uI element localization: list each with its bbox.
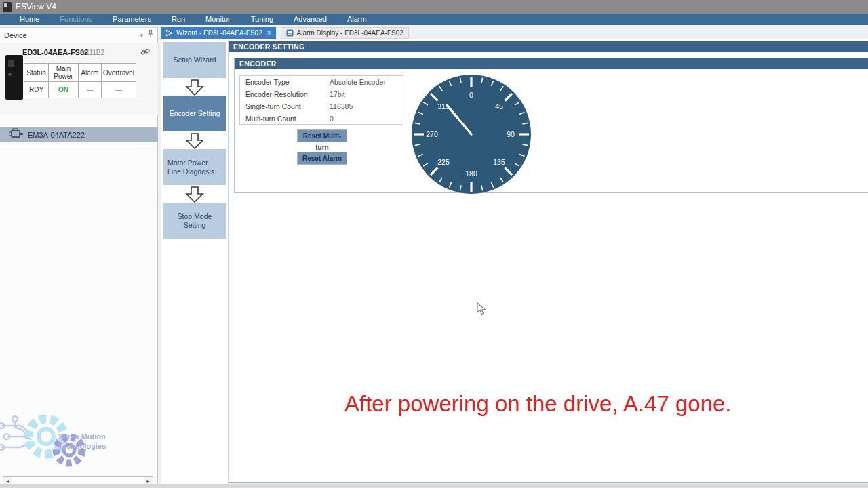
menu-run[interactable]: Run bbox=[161, 14, 195, 25]
multi-turn-count-label: Multi-turn Count bbox=[240, 115, 330, 123]
mouse-cursor-icon bbox=[477, 302, 488, 319]
svg-text:135: 135 bbox=[493, 158, 505, 166]
svg-text:0: 0 bbox=[469, 91, 473, 99]
wizard-step-label: Encoder Setting bbox=[170, 109, 220, 118]
table-row: Multi-turn Count 0 bbox=[240, 113, 403, 125]
menu-advanced[interactable]: Advanced bbox=[283, 14, 337, 25]
annotation-text: After powering on the drive, A.47 gone. bbox=[344, 391, 732, 417]
table-row: Encoder Resolution 17bit bbox=[240, 88, 403, 100]
window-title: ESView V4 bbox=[16, 2, 56, 12]
table-row: Encoder Type Absolute Encoder bbox=[240, 76, 403, 88]
motor-name: EM3A-04ATA222 bbox=[28, 131, 85, 139]
main-power-value: ON bbox=[49, 82, 79, 98]
reset-alarm-button[interactable]: Reset Alarm bbox=[297, 152, 347, 165]
titlebar: ESView V4 bbox=[0, 0, 868, 14]
drive-status-table: Status Main Power Alarm Overtravel RDY O… bbox=[24, 63, 136, 98]
bottom-strip bbox=[0, 484, 868, 488]
chevron-down-icon[interactable]: ▾ bbox=[140, 29, 143, 41]
encoder-type-label: Encoder Type bbox=[240, 78, 330, 86]
main-power-header: Main Power bbox=[49, 64, 79, 82]
wizard-step-motor-power-line-diagnosis[interactable]: Motor Power Line Diagnosis bbox=[163, 149, 226, 185]
watermark-logo: Servo Motion Technologies bbox=[0, 404, 136, 479]
overtravel-value: — bbox=[102, 82, 136, 98]
encoder-group-title: ENCODER bbox=[235, 58, 868, 69]
menubar: Home Functions Parameters Run Monitor Tu… bbox=[0, 14, 868, 25]
down-arrow-icon bbox=[185, 133, 204, 149]
alarm-value: — bbox=[79, 82, 102, 98]
single-turn-count-label: Single-turn Count bbox=[240, 102, 330, 110]
overtravel-header: Overtravel bbox=[102, 64, 136, 82]
encoder-group-box: ENCODER Encoder Type Absolute Encoder En… bbox=[234, 58, 868, 193]
status-header: Status bbox=[24, 64, 49, 82]
menu-home[interactable]: Home bbox=[9, 14, 50, 25]
encoder-type-value: Absolute Encoder bbox=[330, 78, 386, 86]
wizard-step-label: Setup Wizard bbox=[173, 56, 216, 64]
wizard-steps-panel: Setup Wizard Encoder Setting Motor Power… bbox=[161, 39, 229, 484]
wizard-icon bbox=[165, 29, 173, 37]
menu-monitor[interactable]: Monitor bbox=[195, 14, 241, 25]
svg-text:45: 45 bbox=[495, 102, 503, 110]
app-icon bbox=[3, 2, 12, 12]
tab-wizard-label: Wizard - ED3L-04AEA-FS02 bbox=[176, 29, 262, 37]
encoder-info-table: Encoder Type Absolute Encoder Encoder Re… bbox=[239, 75, 403, 125]
encoder-resolution-label: Encoder Resolution bbox=[240, 90, 330, 98]
svg-text:270: 270 bbox=[426, 130, 438, 138]
menu-parameters[interactable]: Parameters bbox=[102, 14, 161, 25]
down-arrow-icon bbox=[185, 186, 204, 203]
tab-alarm-display[interactable]: Alarm Display - ED3L-04AEA-FS02 bbox=[281, 27, 409, 39]
wizard-step-label: Motor Power Line Diagnosis bbox=[167, 159, 222, 176]
motor-list-item[interactable]: EM3A-04ATA222 bbox=[0, 127, 158, 142]
wizard-step-label: Stop Mode Setting bbox=[167, 212, 222, 230]
drive-version: V111B2 bbox=[81, 49, 104, 56]
tab-alarm-label: Alarm Display - ED3L-04AEA-FS02 bbox=[297, 29, 403, 37]
drive-card[interactable]: ED3L-04AEA-FS02 V111B2 Status Main Power… bbox=[0, 43, 158, 115]
tabstrip: Wizard - ED3L-04AEA-FS02 × Alarm Display… bbox=[161, 27, 868, 39]
svg-text:225: 225 bbox=[437, 158, 450, 166]
down-arrow-icon bbox=[185, 79, 204, 96]
wizard-step-stop-mode-setting[interactable]: Stop Mode Setting bbox=[163, 203, 226, 239]
tab-wizard[interactable]: Wizard - ED3L-04AEA-FS02 × bbox=[161, 27, 276, 39]
close-icon[interactable]: × bbox=[267, 29, 271, 37]
menu-alarm[interactable]: Alarm bbox=[337, 14, 377, 25]
page-title: ENCODER SETTING bbox=[229, 41, 868, 52]
drive-name: ED3L-04AEA-FS02 bbox=[22, 48, 88, 56]
status-value: RDY bbox=[24, 82, 49, 98]
watermark-line2: Technologies bbox=[58, 442, 106, 450]
drive-photo bbox=[5, 55, 23, 100]
single-turn-count-value: 116385 bbox=[330, 102, 353, 110]
encoder-resolution-value: 17bit bbox=[330, 90, 345, 98]
reset-multi-turn-button[interactable]: Reset Multi-turn bbox=[297, 129, 347, 142]
multi-turn-count-value: 0 bbox=[330, 115, 334, 123]
device-panel-title: Device bbox=[4, 31, 27, 39]
menu-functions: Functions bbox=[50, 14, 102, 25]
alarm-display-icon bbox=[286, 29, 294, 37]
watermark-line1: Servo Motion bbox=[58, 432, 106, 441]
device-panel: Device ▾ ED3L-04AEA-FS02 V111B2 Status M… bbox=[0, 27, 158, 484]
alarm-header: Alarm bbox=[79, 64, 102, 82]
device-panel-header: Device ▾ bbox=[0, 29, 157, 41]
motor-icon bbox=[9, 128, 24, 141]
connection-icon[interactable] bbox=[140, 47, 150, 59]
wizard-step-encoder-setting[interactable]: Encoder Setting bbox=[163, 96, 226, 131]
pin-icon[interactable] bbox=[148, 29, 153, 41]
wizard-step-setup-wizard[interactable]: Setup Wizard bbox=[163, 42, 226, 78]
table-row: Single-turn Count 116385 bbox=[240, 100, 403, 113]
svg-text:180: 180 bbox=[465, 169, 477, 178]
menu-tuning[interactable]: Tuning bbox=[241, 14, 283, 25]
encoder-position-dial: 04590135180225270315 bbox=[410, 73, 532, 195]
svg-text:90: 90 bbox=[507, 130, 515, 138]
